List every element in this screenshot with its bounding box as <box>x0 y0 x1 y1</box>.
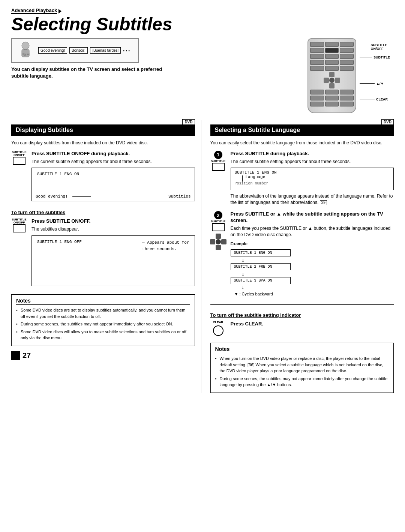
intro-text: You can display subtitles on the TV scre… <box>11 66 169 79</box>
dvd-badge-right: DVD <box>381 119 394 125</box>
subtitle-onoff-button-icon-2: SUBTITLEON/OFF <box>11 218 27 232</box>
dots: • • • <box>123 48 130 53</box>
subtitle-onoff-label: SUBTITLE ON/OFF <box>371 43 390 51</box>
step-number-1: 1 <box>214 151 222 159</box>
right-step1-position-label: Position number <box>235 181 390 186</box>
page-title: Selecting Subtitles <box>11 15 394 34</box>
clear-label: CLEAR <box>376 97 388 101</box>
left-note-1: Some DVD video discs are set to display … <box>16 307 190 319</box>
svg-text:figure: figure <box>22 52 30 56</box>
svg-point-0 <box>22 42 29 49</box>
bubble-1: Good evening! <box>38 47 67 54</box>
clear-step: CLEAR Press CLEAR. <box>210 321 394 337</box>
turn-off-annotation-1: Appears about for <box>147 240 189 245</box>
bubble-3: ¡Buenas tardes! <box>90 47 121 54</box>
breadcrumb-text: Advanced Playback <box>11 7 57 14</box>
right-step1-desc: The current subtitle setting appears for… <box>231 159 394 165</box>
right-note-1: When you turn on the DVD video player or… <box>215 355 389 374</box>
clear-label-text: CLEAR <box>213 321 224 324</box>
selecting-lang-title: Selecting a Subtitle Language <box>210 124 394 136</box>
step-number-2: 2 <box>214 211 222 219</box>
breadcrumb: Advanced Playback <box>11 7 394 14</box>
remote-labels: SUBTITLE ON/OFF SUBTITLE ▲/▼ CLEAR <box>358 38 390 117</box>
left-step1-annotation-right: Subtitles <box>168 194 190 199</box>
left-notes: Notes Some DVD video discs are set to di… <box>11 294 195 346</box>
example-label: Example <box>231 241 248 246</box>
right-step1-title: Press SUBTITLE during playback. <box>231 151 394 157</box>
right-notes: Notes When you turn on the DVD video pla… <box>210 343 394 393</box>
page-num-square <box>11 351 20 360</box>
displaying-subtitles-title: Displaying Subtitles <box>11 124 195 136</box>
right-step1-icon: 1 SUBTITLE <box>210 151 226 171</box>
turn-off-indicator-title: To turn off the subtitle setting indicat… <box>210 312 394 318</box>
left-step1-screen: SUBTITLE 1 ENG ON Good evening! Subtitle… <box>32 168 195 201</box>
right-step2-title: Press SUBTITLE or ▲ while the subtitle s… <box>231 211 394 224</box>
left-step1-annotation-left: Good evening! <box>36 194 68 199</box>
clear-button-icon: CLEAR <box>210 321 226 337</box>
left-notes-header: Notes <box>16 298 190 305</box>
right-step2-desc: Each time you press the SUBTITLE or ▲ bu… <box>231 225 394 238</box>
right-step-1: 1 SUBTITLE Press SUBTITLE during playbac… <box>210 151 394 206</box>
subtitle-onoff-button-icon: SUBTITLEON/OFF <box>11 151 27 165</box>
lang-box-1: SUBTITLE 1 ENG ON <box>231 249 394 257</box>
page-number: 27 <box>11 351 195 360</box>
right-note-2: During some scenes, the subtitles may no… <box>215 376 389 388</box>
left-section-intro: You can display subtitles from those inc… <box>11 139 195 146</box>
turn-off-annotation-2: three seconds. <box>142 247 177 251</box>
turn-off-screen: SUBTITLE 1 ENG OFF — Appears about for t… <box>32 235 195 286</box>
left-note-3: Some DVD video discs will allow you to m… <box>16 329 190 341</box>
turn-off-screen-text: SUBTITLE 1 ENG OFF <box>37 240 82 244</box>
left-step1-title: Press SUBTITLE ON/OFF during playback. <box>32 151 195 157</box>
left-step-1: SUBTITLEON/OFF Press SUBTITLE ON/OFF dur… <box>11 151 195 205</box>
subtitle-label: SUBTITLE <box>374 55 390 59</box>
right-column: DVD Selecting a Subtitle Language You ca… <box>209 120 394 393</box>
left-column: DVD Displaying Subtitles You can display… <box>11 120 201 393</box>
right-step1-ref: 39 <box>320 200 327 205</box>
arrow-down-3: ↓ <box>231 285 394 290</box>
left-step1-screen-text: SUBTITLE 1 ENG ON <box>37 172 189 176</box>
right-notes-header: Notes <box>215 346 389 353</box>
person-figure: figure <box>16 41 35 60</box>
displaying-subtitles-header: DVD Displaying Subtitles <box>11 120 195 136</box>
dvd-badge-left: DVD <box>182 119 195 125</box>
lang-box-2: SUBTITLE 2 FRE ON <box>231 263 394 271</box>
subtitle-bubbles: Good evening! Bonsoir! ¡Buenas tardes! •… <box>38 47 130 54</box>
remote-diagram: SUBTITLE ON/OFF SUBTITLE ▲/▼ CLEAR <box>308 38 394 117</box>
remote-body <box>308 38 356 113</box>
right-step1-screen: SUBTITLE 1 ENG ON Language Position numb… <box>231 168 394 190</box>
cycle-note: ▼ : Cycles backward <box>231 292 394 296</box>
arrow-down-2: ↓ <box>231 271 394 277</box>
right-step1-language-label: Language <box>246 175 266 179</box>
bubble-2: Bonsoir! <box>69 47 88 54</box>
right-step-2: 2 SUBTITLE Press SUBTITLE or ▲ while the… <box>210 211 394 299</box>
right-step2-icon: 2 SUBTITLE <box>210 211 226 250</box>
left-turn-off-step: SUBTITLEON/OFF Press SUBTITLE ON/OFF. Th… <box>11 218 195 289</box>
clear-step-title: Press CLEAR. <box>231 321 394 327</box>
turn-off-subtitle-title: To turn off the subtitles <box>11 210 195 215</box>
clear-circle <box>213 325 224 336</box>
arrow-down-1: ↓ <box>231 257 394 263</box>
turn-off-step-desc: The subtitles disappear. <box>32 226 195 232</box>
left-note-2: During some scenes, the subtitles may no… <box>16 321 190 327</box>
selecting-lang-header: DVD Selecting a Subtitle Language <box>210 120 394 136</box>
lang-box-3: SUBTITLE 3 SPA ON <box>231 277 394 285</box>
lang-boxes: SUBTITLE 1 ENG ON ↓ SUBTITLE 2 FRE ON ↓ … <box>231 249 394 296</box>
turn-off-indicator-section: To turn off the subtitle setting indicat… <box>210 304 394 337</box>
right-section-intro: You can easily select the subtitle langu… <box>210 139 394 146</box>
turn-off-step-title: Press SUBTITLE ON/OFF. <box>32 218 195 225</box>
page-num-text: 27 <box>22 351 31 360</box>
left-step1-desc: The current subtitle setting appears for… <box>32 159 195 165</box>
arrows-label: ▲/▼ <box>376 82 384 85</box>
right-step2-example: Example SUBTITLE 1 ENG ON ↓ SUBTITLE 2 F… <box>231 241 394 296</box>
subtitle-illustration: figure Good evening! Bonsoir! ¡Buenas ta… <box>11 38 139 63</box>
right-step1-screen-text: SUBTITLE 1 ENG ON <box>235 170 390 175</box>
right-step1-note: The abbreviation of the language appears… <box>231 193 394 206</box>
